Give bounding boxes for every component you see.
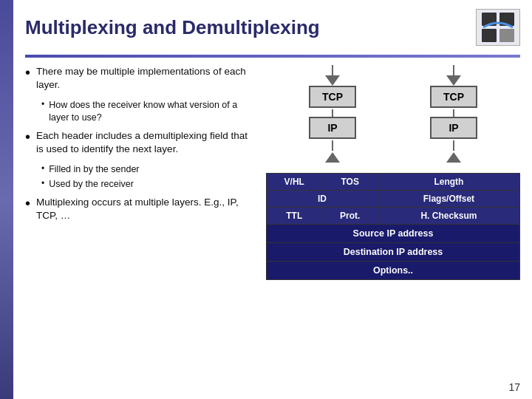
cell-flags: Flags/Offset [378, 191, 519, 208]
arrow-line-bottom-left [332, 140, 333, 151]
sub-bullet-dot: • [41, 99, 44, 109]
bullet-dot-3: • [25, 194, 30, 212]
arrow-line-top-left [332, 65, 333, 75]
sub-bullet-dot-2-2: • [41, 178, 44, 188]
bullet-text-3: Multiplexing occurs at multiple layers. … [36, 196, 254, 222]
cell-vhl: V/HL [267, 174, 322, 191]
arrow-line-top-right [453, 65, 454, 75]
cell-dst-ip: Destination IP address [267, 243, 520, 262]
cell-length: Length [378, 174, 519, 191]
right-stack: TCP IP [430, 65, 477, 163]
cell-src-ip: Source IP address [267, 225, 520, 243]
header: Multiplexing and Demultiplexing [25, 9, 520, 46]
stack-diagrams: TCP IP TCP IP [266, 65, 520, 163]
page-number: 17 [508, 381, 520, 393]
bullet-2: • Each header includes a demultiplexing … [25, 129, 254, 156]
sub-bullet-2-1: • Filled in by the sender [41, 163, 254, 175]
left-decorative-bar [0, 0, 13, 399]
cell-checksum: H. Checksum [378, 208, 519, 225]
header-row-1: V/HL TOS Length [267, 174, 520, 191]
cell-id: ID [267, 191, 378, 208]
cell-ttl: TTL [267, 208, 322, 225]
body-layout: • There may be multiple implementations … [25, 65, 520, 280]
sub-bullet-2-2: • Used by the receiver [41, 178, 254, 190]
cell-options: Options.. [267, 262, 520, 280]
sub-bullets-2: • Filled in by the sender • Used by the … [41, 163, 254, 190]
sub-bullets-1: • How does the receiver know what versio… [41, 99, 254, 123]
arrow-line-bottom-right [453, 140, 454, 151]
header-row-3: TTL Prot. H. Checksum [267, 208, 520, 225]
arrow-up-right [446, 152, 461, 163]
bullet-dot-1: • [25, 64, 30, 81]
sub-bullet-text-2-1: Filled in by the sender [49, 163, 139, 175]
arrow-up-left [325, 152, 340, 163]
tcp-box-left: TCP [309, 86, 356, 108]
right-column: TCP IP TCP IP [266, 65, 520, 280]
sub-bullet-1-1: • How does the receiver know what versio… [41, 99, 254, 123]
bullet-3: • Multiplexing occurs at multiple layers… [25, 196, 254, 222]
header-row-dst: Destination IP address [267, 243, 520, 262]
header-row-src: Source IP address [267, 225, 520, 243]
sub-bullet-dot-2-1: • [41, 163, 44, 174]
page-title: Multiplexing and Demultiplexing [25, 16, 320, 39]
connector-right [453, 109, 454, 117]
header-row-options: Options.. [267, 262, 520, 280]
arrow-down-right [446, 75, 461, 86]
bullet-1: • There may be multiple implementations … [25, 65, 254, 92]
ip-header-table: V/HL TOS Length ID Flags/Offset TTL Prot… [266, 173, 520, 280]
sub-bullet-text-1-1: How does the receiver know what version … [49, 99, 254, 123]
tcp-box-right: TCP [430, 86, 477, 108]
svg-rect-4 [499, 29, 514, 42]
bullet-dot-2: • [25, 128, 30, 146]
header-row-2: ID Flags/Offset [267, 191, 520, 208]
sub-bullet-text-2-2: Used by the receiver [49, 178, 134, 190]
left-stack: TCP IP [309, 65, 356, 163]
logo [476, 9, 520, 46]
ip-box-left: IP [309, 117, 356, 139]
arrow-down-left [325, 75, 340, 86]
connector-left [332, 109, 333, 117]
svg-rect-3 [482, 29, 497, 42]
ip-box-right: IP [430, 117, 477, 139]
bullet-text-1: There may be multiple implementations of… [36, 65, 254, 92]
cell-prot: Prot. [322, 208, 378, 225]
cell-tos: TOS [322, 174, 378, 191]
middle-space [378, 96, 408, 163]
bullet-text-2: Each header includes a demultiplexing fi… [36, 129, 254, 156]
left-column: • There may be multiple implementations … [25, 65, 254, 280]
title-underline [25, 55, 520, 58]
